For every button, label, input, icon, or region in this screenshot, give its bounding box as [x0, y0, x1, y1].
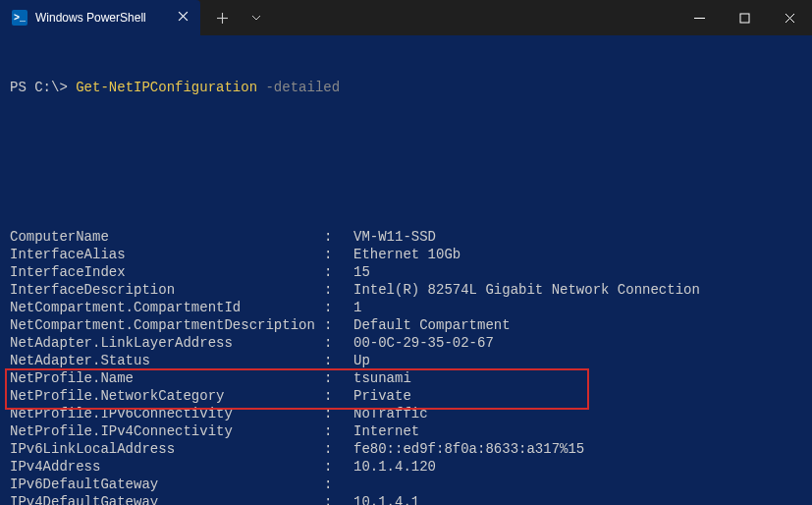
output-value: VM-W11-SSD — [353, 228, 436, 246]
close-window-button[interactable] — [767, 0, 812, 35]
output-row: IPv6DefaultGateway: — [10, 476, 802, 493]
output-key: NetProfile.Name — [10, 369, 324, 387]
window-controls — [677, 0, 812, 35]
output-row: InterfaceDescription: Intel(R) 82574L Gi… — [10, 281, 802, 299]
output-key: NetAdapter.Status — [10, 352, 324, 369]
output-key: InterfaceDescription — [10, 281, 324, 299]
output-separator: : — [324, 369, 353, 387]
output-row: InterfaceAlias: Ethernet 10Gb — [10, 246, 802, 263]
output-value: Internet — [353, 422, 419, 440]
output-separator: : — [324, 440, 353, 458]
output-key: NetProfile.IPv6Connectivity — [10, 405, 324, 422]
output-row: NetCompartment.CompartmentId: 1 — [10, 299, 802, 316]
terminal-area[interactable]: PS C:\> Get-NetIPConfiguration -detailed… — [0, 35, 812, 505]
tab-dropdown-button[interactable] — [242, 4, 271, 31]
title-bar: >_ Windows PowerShell — [0, 0, 812, 35]
command-param: -detailed — [265, 80, 340, 95]
output-separator: : — [324, 458, 353, 476]
output-separator: : — [324, 334, 353, 352]
output-key: NetProfile.IPv4Connectivity — [10, 422, 324, 440]
tab-powershell[interactable]: >_ Windows PowerShell — [0, 0, 200, 35]
tab-actions — [200, 4, 279, 31]
output-row: NetCompartment.CompartmentDescription: D… — [10, 316, 802, 334]
output-row: IPv4Address: 10.1.4.120 — [10, 458, 802, 476]
output-key: IPv6DefaultGateway — [10, 476, 324, 493]
output-separator: : — [324, 405, 353, 422]
output-key: NetProfile.NetworkCategory — [10, 387, 324, 405]
svg-rect-5 — [740, 14, 749, 23]
output-value: 10.1.4.120 — [353, 458, 436, 476]
output-row: NetProfile.IPv4Connectivity: Internet — [10, 422, 802, 440]
powershell-icon: >_ — [12, 10, 27, 26]
command-text: Get-NetIPConfiguration — [76, 80, 257, 95]
output-value: tsunami — [353, 369, 411, 387]
output-value: Default Compartment — [353, 316, 511, 334]
minimize-button[interactable] — [677, 0, 722, 35]
output-separator: : — [324, 299, 353, 316]
maximize-button[interactable] — [722, 0, 767, 35]
output-row: NetAdapter.LinkLayerAddress: 00-0C-29-35… — [10, 334, 802, 352]
output-separator: : — [324, 422, 353, 440]
output-value: 00-0C-29-35-02-67 — [353, 334, 494, 352]
output-key: InterfaceAlias — [10, 246, 324, 263]
output-row: InterfaceIndex: 15 — [10, 263, 802, 281]
output-key: NetCompartment.CompartmentDescription — [10, 316, 324, 334]
output-row: ComputerName: VM-W11-SSD — [10, 228, 802, 246]
prompt-prefix: PS C:\> — [10, 80, 68, 95]
close-tab-button[interactable] — [178, 10, 189, 26]
output-value: Private — [353, 387, 411, 405]
output-separator: : — [324, 263, 353, 281]
output-separator: : — [324, 493, 353, 505]
command-output: ComputerName: VM-W11-SSDInterfaceAlias: … — [10, 175, 802, 505]
output-separator: : — [324, 352, 353, 369]
output-separator: : — [324, 387, 353, 405]
tab-title: Windows PowerShell — [35, 11, 146, 25]
output-value: NoTraffic — [353, 405, 428, 422]
output-row: NetProfile.IPv6Connectivity: NoTraffic — [10, 405, 802, 422]
output-separator: : — [324, 281, 353, 299]
output-separator: : — [324, 228, 353, 246]
output-key: NetCompartment.CompartmentId — [10, 299, 324, 316]
output-row: IPv6LinkLocalAddress: fe80::ed9f:8f0a:86… — [10, 440, 802, 458]
output-value: 15 — [353, 263, 370, 281]
output-row: NetProfile.NetworkCategory: Private — [10, 387, 802, 405]
output-key: NetAdapter.LinkLayerAddress — [10, 334, 324, 352]
output-row: NetAdapter.Status: Up — [10, 352, 802, 369]
output-value: 10.1.4.1 — [353, 493, 419, 505]
new-tab-button[interactable] — [208, 4, 238, 31]
output-row: IPv4DefaultGateway: 10.1.4.1 — [10, 493, 802, 505]
output-value: Intel(R) 82574L Gigabit Network Connecti… — [353, 281, 700, 299]
output-key: IPv4Address — [10, 458, 324, 476]
output-value: 1 — [353, 299, 361, 316]
prompt-line: PS C:\> Get-NetIPConfiguration -detailed — [10, 79, 802, 96]
output-separator: : — [324, 246, 353, 263]
output-value: Ethernet 10Gb — [353, 246, 460, 263]
output-value: fe80::ed9f:8f0a:8633:a317%15 — [353, 440, 584, 458]
output-separator: : — [324, 476, 353, 493]
output-separator: : — [324, 316, 353, 334]
output-key: ComputerName — [10, 228, 324, 246]
output-key: IPv6LinkLocalAddress — [10, 440, 324, 458]
output-value: Up — [353, 352, 370, 369]
output-key: IPv4DefaultGateway — [10, 493, 324, 505]
output-key: InterfaceIndex — [10, 263, 324, 281]
output-row: NetProfile.Name: tsunami — [10, 369, 802, 387]
